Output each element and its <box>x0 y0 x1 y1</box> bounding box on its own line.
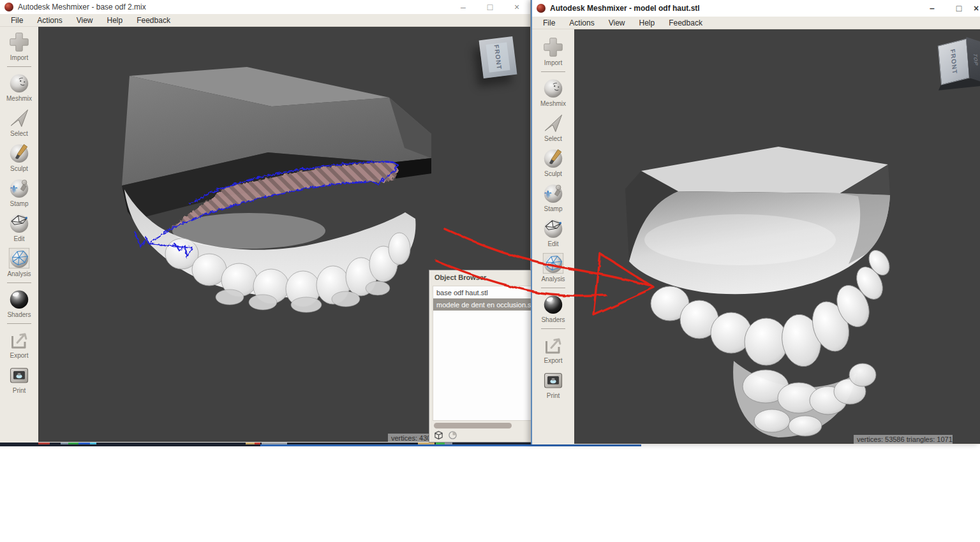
tool-shaders[interactable]: Shaders <box>7 288 31 319</box>
tool-analysis[interactable]: Analysis <box>541 252 565 284</box>
title-bar[interactable]: Autodesk Meshmixer - base odf 2.mix – □ … <box>0 0 530 14</box>
tool-shaders[interactable]: Shaders <box>541 293 565 325</box>
tool-import[interactable]: Import <box>542 36 565 68</box>
meshmix-icon <box>8 71 31 94</box>
tool-edit[interactable]: Edit <box>542 217 565 249</box>
menu-feedback[interactable]: Feedback <box>662 18 709 27</box>
shaders-icon <box>542 293 565 316</box>
mesh-view-icon[interactable] <box>434 430 443 440</box>
minimize-button[interactable]: – <box>450 3 477 11</box>
object-browser-footer <box>429 428 547 442</box>
object-list-item-selected[interactable]: modele de dent en occlusion.stl <box>433 298 544 311</box>
tool-stamp[interactable]: Stamp <box>542 182 565 214</box>
maximize-button[interactable]: □ <box>477 3 503 11</box>
vertex-count-status: vertices: 53586 triangles: 107168 <box>854 435 953 444</box>
toolbar-divider <box>7 66 31 67</box>
edit-icon <box>8 212 31 235</box>
object-list-item[interactable]: base odf haut.stl <box>433 286 544 298</box>
menu-view[interactable]: View <box>70 16 100 25</box>
edit-icon <box>542 217 565 240</box>
minimize-button[interactable]: – <box>919 4 946 13</box>
sculpt-icon <box>542 147 565 170</box>
tool-select[interactable]: Select <box>8 106 31 138</box>
select-icon <box>8 106 31 129</box>
sculpt-icon <box>8 142 31 165</box>
menu-bar: File Actions View Help Feedback <box>532 17 980 29</box>
tool-export[interactable]: Export <box>8 328 31 360</box>
toolbar-divider <box>541 71 565 72</box>
tool-sculpt[interactable]: Sculpt <box>8 142 31 173</box>
tool-meshmix[interactable]: Meshmix <box>6 71 32 103</box>
view-cube-front-face: FRONT <box>938 38 970 85</box>
dental-model-clean <box>574 29 980 444</box>
meshmixer-app-icon <box>4 3 13 11</box>
maximize-button[interactable]: □ <box>946 4 972 13</box>
menu-file[interactable]: File <box>4 16 30 25</box>
menu-file[interactable]: File <box>536 18 562 27</box>
tool-print[interactable]: Print <box>542 369 565 400</box>
select-icon <box>542 112 565 135</box>
tool-export[interactable]: Export <box>542 333 565 365</box>
toolbar-divider <box>7 323 31 324</box>
menu-help[interactable]: Help <box>100 16 130 25</box>
desktop: Autodesk Meshmixer - base odf 2.mix – □ … <box>0 0 980 542</box>
tool-stamp[interactable]: Stamp <box>8 177 31 209</box>
object-browser-title: Object Browser <box>429 270 547 284</box>
print-icon <box>8 363 31 386</box>
menu-feedback[interactable]: Feedback <box>130 16 177 25</box>
tool-import[interactable]: Import <box>8 31 31 62</box>
menu-bar: File Actions View Help Feedback <box>0 14 530 27</box>
close-button[interactable]: × <box>972 4 980 13</box>
print-icon <box>542 369 565 392</box>
meshmixer-app-icon <box>537 4 546 13</box>
toolbar-divider <box>541 328 565 329</box>
tool-sidebar: Import Meshmix Select Sculpt Stamp <box>532 29 574 444</box>
menu-help[interactable]: Help <box>632 18 662 27</box>
stamp-icon <box>542 182 565 205</box>
viewport-3d-right[interactable]: FRONT TOP vertices: 53586 triangles: 107… <box>574 29 980 444</box>
analysis-icon <box>8 247 31 270</box>
view-cube[interactable]: FRONT TOP <box>939 38 980 89</box>
tool-meshmix[interactable]: Meshmix <box>540 77 566 108</box>
shaders-icon <box>8 288 31 311</box>
window-title: Autodesk Meshmixer - base odf 2.mix <box>18 3 146 11</box>
menu-actions[interactable]: Actions <box>30 16 69 25</box>
meshmixer-window-right: Autodesk Meshmixer - model odf haut.stl … <box>531 0 980 444</box>
tool-edit[interactable]: Edit <box>8 212 31 244</box>
object-list: base odf haut.stl modele de dent en occl… <box>433 286 544 421</box>
import-icon <box>8 31 31 54</box>
export-icon <box>8 328 31 351</box>
view-cube[interactable]: FRONT <box>479 36 517 78</box>
tool-analysis[interactable]: Analysis <box>7 247 31 279</box>
title-bar[interactable]: Autodesk Meshmixer - model odf haut.stl … <box>532 0 980 17</box>
view-cube-front-label: FRONT <box>949 48 958 75</box>
tool-select[interactable]: Select <box>542 112 565 143</box>
tool-print[interactable]: Print <box>8 363 31 395</box>
export-icon <box>542 333 565 356</box>
object-browser-panel[interactable]: Object Browser base odf haut.stl modele … <box>429 270 548 443</box>
close-button[interactable]: × <box>503 3 530 11</box>
analysis-icon <box>542 252 565 275</box>
stamp-icon <box>8 177 31 200</box>
pie-filter-icon[interactable] <box>448 430 457 440</box>
menu-actions[interactable]: Actions <box>562 18 601 27</box>
toolbar-divider <box>541 288 565 288</box>
tool-sculpt[interactable]: Sculpt <box>542 147 565 179</box>
tool-sidebar: Import Meshmix Select Sculpt Stamp <box>0 27 38 442</box>
import-icon <box>542 36 565 59</box>
menu-view[interactable]: View <box>602 18 632 27</box>
meshmix-icon <box>542 77 565 99</box>
view-cube-top-label: TOP <box>972 53 979 67</box>
toolbar-divider <box>7 282 31 283</box>
window-title: Autodesk Meshmixer - model odf haut.stl <box>550 4 700 13</box>
